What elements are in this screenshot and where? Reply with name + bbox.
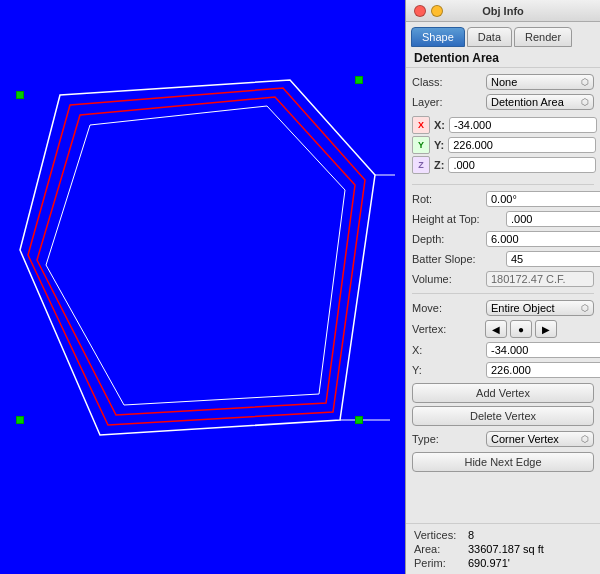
window-title: Obj Info [482,5,524,17]
layer-row: Layer: Detention Area ⬡ [406,92,600,112]
vertex-label: Vertex: [412,323,482,335]
svg-marker-1 [28,88,365,425]
area-stat-label: Area: [414,543,464,555]
handle-bottom-right[interactable] [355,416,363,424]
x-axis-icon: X [412,116,430,134]
class-dropdown-arrow: ⬡ [581,77,589,87]
perim-stat-value: 690.971' [468,557,510,569]
volume-label: Volume: [412,273,482,285]
divider-2 [412,293,594,294]
x-row: X X: [412,116,594,134]
depth-input[interactable] [486,231,600,247]
y-row: Y Y: [412,136,594,154]
perim-stat-label: Perim: [414,557,464,569]
vertices-stat-value: 8 [468,529,474,541]
vertex-prev-button[interactable]: ◀ [485,320,507,338]
move-row: Move: Entire Object ⬡ [406,298,600,318]
batter-input[interactable] [506,251,600,267]
move-label: Move: [412,302,482,314]
z-input[interactable] [448,157,596,173]
hide-edge-button[interactable]: Hide Next Edge [412,452,594,472]
class-label: Class: [412,76,482,88]
rot-input[interactable] [486,191,600,207]
volume-row: Volume: 180172.47 C.F. [406,269,600,289]
vertices-stat-label: Vertices: [414,529,464,541]
perim-stat-row: Perim: 690.971' [414,556,592,570]
batter-row: Batter Slope: [406,249,600,269]
x-label: X: [434,119,445,131]
height-label: Height at Top: [412,213,502,225]
class-dropdown[interactable]: None ⬡ [486,74,594,90]
canvas-area[interactable] [0,0,405,574]
vertex-y-label: Y: [412,364,482,376]
divider-1 [412,184,594,185]
move-dropdown[interactable]: Entire Object ⬡ [486,300,594,316]
type-label: Type: [412,433,482,445]
area-stat-row: Area: 33607.187 sq ft [414,542,592,556]
vertices-stat-row: Vertices: 8 [414,528,592,542]
y-label: Y: [434,139,444,151]
rot-row: Rot: [406,189,600,209]
rot-label: Rot: [412,193,482,205]
z-row: Z Z: [412,156,594,174]
depth-row: Depth: [406,229,600,249]
window-controls[interactable] [414,5,443,17]
vertex-center-button[interactable]: ● [510,320,532,338]
delete-vertex-button[interactable]: Delete Vertex [412,406,594,426]
volume-value: 180172.47 C.F. [486,271,594,287]
panel-area: Obj Info Shape Data Render Detention Are… [405,0,600,574]
xyz-section: X X: Y Y: Z Z: [406,112,600,180]
tab-data[interactable]: Data [467,27,512,47]
vertex-x-row: X: [406,340,600,360]
layer-dropdown-arrow: ⬡ [581,97,589,107]
vertex-x-label: X: [412,344,482,356]
type-dropdown[interactable]: Corner Vertex ⬡ [486,431,594,447]
height-row: Height at Top: [406,209,600,229]
type-value: Corner Vertex [491,433,559,445]
svg-marker-0 [20,80,375,435]
type-row: Type: Corner Vertex ⬡ [406,429,600,449]
layer-value: Detention Area [491,96,564,108]
vertex-y-row: Y: [406,360,600,380]
tabs-row: Shape Data Render [406,22,600,47]
layer-label: Layer: [412,96,482,108]
y-input[interactable] [448,137,596,153]
stats-section: Vertices: 8 Area: 33607.187 sq ft Perim:… [406,523,600,574]
title-bar: Obj Info [406,0,600,22]
area-stat-value: 33607.187 sq ft [468,543,544,555]
layer-dropdown[interactable]: Detention Area ⬡ [486,94,594,110]
canvas-svg [0,0,405,574]
panel-content: Class: None ⬡ Layer: Detention Area ⬡ X … [406,68,600,523]
vertex-y-input[interactable] [486,362,600,378]
type-dropdown-arrow: ⬡ [581,434,589,444]
handle-top-left[interactable] [16,91,24,99]
close-button[interactable] [414,5,426,17]
add-vertex-button[interactable]: Add Vertex [412,383,594,403]
class-row: Class: None ⬡ [406,72,600,92]
svg-marker-3 [46,106,345,405]
section-title: Detention Area [406,47,600,68]
y-axis-icon: Y [412,136,430,154]
x-input[interactable] [449,117,597,133]
move-value: Entire Object [491,302,555,314]
move-dropdown-arrow: ⬡ [581,303,589,313]
depth-label: Depth: [412,233,482,245]
z-label: Z: [434,159,444,171]
handle-top-right[interactable] [355,76,363,84]
vertex-next-button[interactable]: ▶ [535,320,557,338]
minimize-button[interactable] [431,5,443,17]
svg-marker-2 [37,97,355,415]
height-input[interactable] [506,211,600,227]
z-axis-icon: Z [412,156,430,174]
class-value: None [491,76,517,88]
handle-bottom-left[interactable] [16,416,24,424]
vertex-x-input[interactable] [486,342,600,358]
tab-shape[interactable]: Shape [411,27,465,47]
tab-render[interactable]: Render [514,27,572,47]
batter-label: Batter Slope: [412,253,502,265]
vertex-controls: Vertex: ◀ ● ▶ [406,318,600,340]
